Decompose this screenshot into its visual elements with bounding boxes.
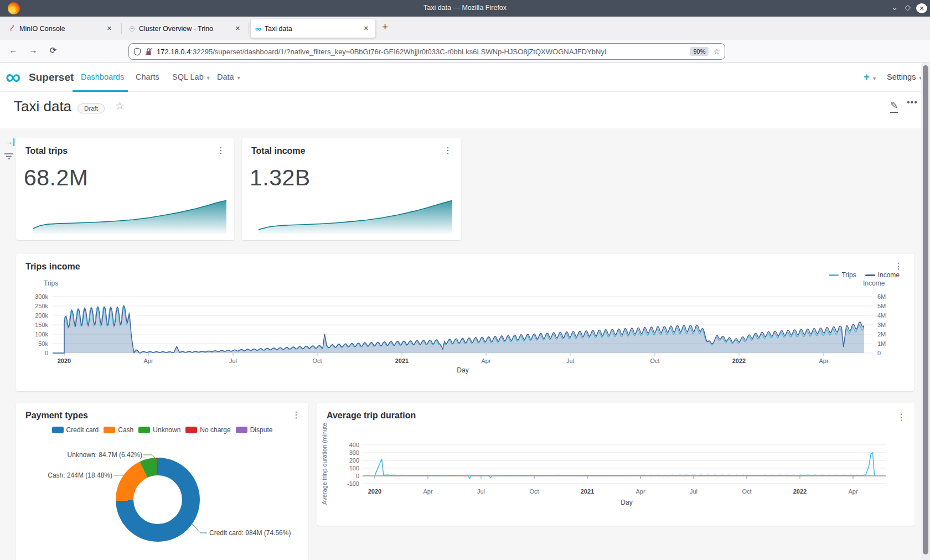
trendline-sparkline (259, 197, 452, 234)
x-axis-tick-label: Apr (636, 488, 645, 495)
card-total-trips: Total trips ⋮ 68.2M (16, 138, 234, 240)
tab-taxi-data[interactable]: ∞ Taxi data ✕ (251, 19, 375, 38)
legend-item[interactable]: Dispute (236, 426, 273, 434)
y-axis-tick-label: 250k (35, 303, 48, 309)
x-axis-tick-label: 2021 (395, 357, 409, 364)
avg-trip-duration-chart[interactable]: 4003002001000-1002020AprJulOct2021AprJul… (317, 403, 914, 526)
dashboard-more-menu[interactable]: ••• (907, 97, 918, 107)
filter-icon[interactable] (4, 152, 14, 160)
firefox-window: Taxi data — Mozilla Firefox ⌄ ◇ ✕ MinIO … (0, 0, 930, 560)
nav-sql-lab[interactable]: SQL Lab▼ (172, 72, 211, 81)
chart-title: Payment types (25, 411, 88, 421)
window-minimize-button[interactable]: ⌄ (889, 3, 900, 12)
minio-favicon (9, 25, 16, 32)
tab-close-icon[interactable]: ✕ (105, 24, 114, 33)
chart-title: Total income (251, 146, 306, 156)
page-scrollbar[interactable] (921, 63, 930, 560)
dashboard-body: →| Total trips ⋮ 68.2M Total income ⋮ 1.… (0, 128, 930, 560)
tab-minio-console[interactable]: MinIO Console ✕ (4, 19, 118, 38)
superset-brand-name[interactable]: Superset (29, 71, 74, 84)
legend-item[interactable]: No charge (185, 426, 230, 434)
x-axis-title: Day (621, 499, 632, 506)
legend-item[interactable]: Unknown (138, 426, 180, 434)
trendline-sparkline (33, 197, 226, 234)
y-axis-tick-label: 0 (356, 473, 359, 479)
x-axis-tick-label: Jul (477, 488, 485, 495)
lock-insecure-icon[interactable] (145, 48, 152, 56)
window-titlebar: Taxi data — Mozilla Firefox ⌄ ◇ ✕ (0, 0, 930, 17)
url-path: :32295/superset/dashboard/1/?native_filt… (190, 48, 606, 56)
url-bar[interactable]: 172.18.0.4:32295/superset/dashboard/1/?n… (128, 43, 725, 60)
tab-close-icon[interactable]: ✕ (361, 24, 371, 33)
chevron-down-icon: ▼ (206, 75, 211, 81)
slice-callout-unknown: Unknown: 84.7M (6.42%) (68, 451, 142, 459)
x-axis-tick-label: 2020 (58, 357, 71, 364)
window-maximize-button[interactable]: ◇ (902, 3, 913, 12)
y-axis-tick-label: 0 (877, 350, 881, 356)
dashboard-title: Taxi data (14, 98, 71, 115)
tab-title: MinIO Console (19, 25, 101, 33)
x-axis-title: Day (457, 366, 468, 374)
superset-navbar: ∞ Superset Dashboards Charts SQL Lab▼ Da… (0, 63, 921, 92)
x-axis-tick-label: Oct (742, 488, 751, 495)
kebab-menu-icon[interactable]: ⋮ (292, 409, 301, 420)
settings-menu[interactable]: Settings▼ (887, 72, 923, 81)
forward-button[interactable]: → (27, 45, 40, 55)
chevron-down-icon: ▼ (872, 76, 877, 81)
y-axis-tick-label: 4M (877, 312, 886, 319)
legend-item[interactable]: Cash (104, 426, 133, 434)
window-title: Taxi data — Mozilla Firefox (0, 4, 930, 12)
favorite-star-icon[interactable]: ☆ (115, 100, 125, 112)
x-axis-tick-label: Apr (423, 488, 432, 495)
reload-button[interactable]: ⟳ (46, 45, 60, 55)
nav-data[interactable]: Data▼ (217, 72, 241, 81)
nav-dashboards[interactable]: Dashboards (81, 72, 124, 81)
back-button[interactable]: ← (7, 45, 20, 55)
tab-trino[interactable]: Cluster Overview - Trino ✕ (124, 19, 247, 38)
y-axis-tick-label: 200 (349, 457, 359, 464)
expand-filter-bar-icon[interactable]: →| (5, 137, 15, 146)
x-axis-tick-label: Apr (819, 357, 828, 364)
tab-close-icon[interactable]: ✕ (233, 24, 242, 33)
y-axis-tick-label: 2M (877, 331, 886, 338)
url-host: 172.18.0.4 (157, 48, 190, 56)
legend-swatch (236, 427, 247, 433)
y-axis-tick-label: 6M (877, 293, 886, 300)
shield-permissions-icon[interactable] (133, 48, 141, 56)
add-new-button[interactable]: +▼ (864, 71, 877, 83)
tab-title: Cluster Overview - Trino (139, 25, 230, 33)
scrollbar-thumb[interactable] (923, 65, 928, 554)
chevron-down-icon: ▼ (236, 75, 241, 81)
trips-income-chart[interactable]: 300k6M250k5M200k4M150k3M100k2M50k1M00202… (16, 254, 914, 391)
legend-swatch (52, 427, 64, 433)
y-axis-tick-label: 50k (38, 340, 48, 347)
x-axis-tick-label: Oct (312, 357, 322, 364)
big-number-value: 68.2M (24, 165, 88, 191)
donut-hole (133, 475, 182, 524)
slice-callout-credit-card: Credit card: 984M (74.56%) (209, 529, 291, 537)
x-axis-tick-label: Jul (690, 488, 698, 495)
kebab-menu-icon[interactable]: ⋮ (216, 145, 225, 155)
legend-item[interactable]: Credit card (52, 426, 99, 434)
nav-charts[interactable]: Charts (136, 72, 159, 81)
window-close-button[interactable]: ✕ (916, 3, 927, 13)
zoom-level-badge[interactable]: 90% (690, 47, 709, 56)
tab-separator (121, 23, 122, 34)
donut-chart[interactable] (116, 458, 200, 542)
x-axis-tick-label: 2022 (793, 488, 807, 495)
superset-favicon: ∞ (255, 24, 261, 33)
x-axis-tick-label: 2021 (581, 488, 594, 495)
edit-dashboard-icon[interactable]: ✎ (890, 100, 898, 113)
superset-logo[interactable]: ∞ (6, 63, 20, 91)
y-axis-tick-label: 100k (35, 331, 48, 338)
y-axis-tick-label: 1M (877, 340, 886, 347)
big-number-value: 1.32B (250, 165, 311, 191)
bookmark-star-icon[interactable]: ☆ (713, 47, 720, 56)
new-tab-button[interactable]: + (382, 21, 388, 33)
tab-strip: MinIO Console ✕ Cluster Overview - Trino… (0, 17, 930, 40)
kebab-menu-icon[interactable]: ⋮ (443, 145, 452, 155)
y-axis-tick-label: 300k (35, 293, 48, 300)
y-axis-tick-label: 400 (349, 442, 359, 448)
browser-toolbar: ← → ⟳ 172.18.0.4:32295/superset/dashboar… (0, 40, 930, 63)
y-axis-tick-label: 3M (877, 322, 886, 328)
